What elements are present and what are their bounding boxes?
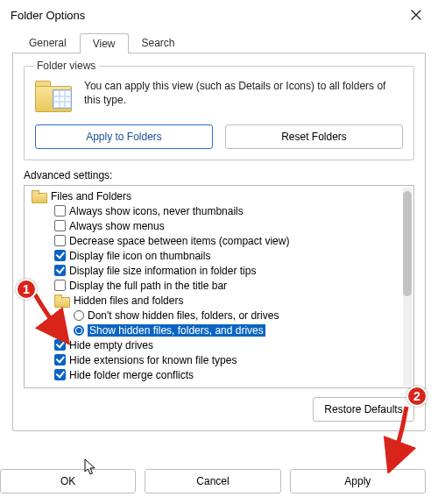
tree-item-label: Display file size information in folder … xyxy=(69,265,256,277)
tree-item-label: Show hidden files, folders, and drives xyxy=(88,324,265,337)
tree-item[interactable]: Display file size information in folder … xyxy=(28,263,399,278)
tree-item-label: Hide folder merge conflicts xyxy=(69,369,194,381)
apply-button[interactable]: Apply xyxy=(290,469,426,493)
checkbox-icon[interactable] xyxy=(54,205,66,217)
radio-icon[interactable] xyxy=(74,325,84,336)
close-button[interactable] xyxy=(403,5,429,25)
annotation-badge-2: 2 xyxy=(406,386,427,407)
checkbox-icon[interactable] xyxy=(54,235,66,246)
tree-item[interactable]: Hide extensions for known file types xyxy=(28,352,399,367)
tab-search[interactable]: Search xyxy=(129,32,188,53)
tree-item-label: Always show icons, never thumbnails xyxy=(69,205,244,217)
dialog-footer: OK Cancel Apply xyxy=(0,469,438,493)
advanced-settings-label: Advanced settings: xyxy=(24,169,414,181)
cursor-icon xyxy=(84,458,98,476)
reset-folders-button[interactable]: Reset Folders xyxy=(225,124,403,149)
cancel-button[interactable]: Cancel xyxy=(145,469,280,493)
tree-item-label: Display file icon on thumbnails xyxy=(69,250,210,262)
window-title: Folder Options xyxy=(11,9,85,22)
folder-icon xyxy=(54,295,68,306)
apply-to-folders-button[interactable]: Apply to Folders xyxy=(35,124,213,149)
tree-item[interactable]: Always show menus xyxy=(28,218,399,233)
radio-icon[interactable] xyxy=(74,310,84,321)
tree-item[interactable]: Hide empty drives xyxy=(28,337,399,352)
folder-views-icon xyxy=(35,81,74,116)
checkbox-icon[interactable] xyxy=(54,220,66,231)
tree-group-label: Hidden files and folders xyxy=(74,295,183,307)
folder-views-legend: Folder views xyxy=(33,60,99,72)
tab-view[interactable]: View xyxy=(80,33,129,53)
tree-item[interactable]: Hide folder merge conflicts xyxy=(28,367,399,382)
checkbox-icon[interactable] xyxy=(54,280,66,291)
tree-item[interactable]: Decrease space between items (compact vi… xyxy=(28,233,399,248)
tree-item-label: Hide empty drives xyxy=(69,339,153,351)
tab-general[interactable]: General xyxy=(16,32,80,53)
tree-group-files[interactable]: Files and Folders xyxy=(28,188,399,203)
scrollbar-thumb[interactable] xyxy=(403,191,412,296)
tab-strip: General View Search xyxy=(0,30,438,53)
tree-item[interactable]: Always show icons, never thumbnails xyxy=(28,203,399,218)
folder-views-group: Folder views You can apply this view (su… xyxy=(24,66,414,160)
ok-button[interactable]: OK xyxy=(0,469,136,493)
tree-item-label: Hide extensions for known file types xyxy=(69,354,237,366)
folder-icon xyxy=(32,191,46,202)
checkbox-icon[interactable] xyxy=(54,369,66,380)
tree-radio-dont-show[interactable]: Don't show hidden files, folders, or dri… xyxy=(28,308,399,323)
tree-radio-show-hidden[interactable]: Show hidden files, folders, and drives xyxy=(28,323,399,337)
tree-group-hidden[interactable]: Hidden files and folders xyxy=(28,293,399,308)
checkbox-icon[interactable] xyxy=(54,339,66,351)
restore-defaults-button[interactable]: Restore Defaults xyxy=(313,397,414,422)
tree-scrollbar[interactable] xyxy=(403,188,412,386)
tree-item-label: Decrease space between items (compact vi… xyxy=(69,235,289,247)
tab-panel-view: Folder views You can apply this view (su… xyxy=(12,53,426,431)
tree-item-label: Always show menus xyxy=(69,220,165,232)
tree-item[interactable]: Display file icon on thumbnails xyxy=(28,248,399,263)
folder-views-text: You can apply this view (such as Details… xyxy=(84,79,403,116)
tree-item-label: Display the full path in the title bar xyxy=(69,280,227,292)
tree-item[interactable]: Display the full path in the title bar xyxy=(28,278,399,293)
checkbox-icon[interactable] xyxy=(54,250,66,261)
annotation-badge-1: 1 xyxy=(16,279,37,300)
checkbox-icon[interactable] xyxy=(54,265,66,276)
checkbox-icon[interactable] xyxy=(54,354,66,366)
tree-item-label: Don't show hidden files, folders, or dri… xyxy=(88,309,279,322)
tree-group-label: Files and Folders xyxy=(51,190,131,202)
advanced-settings-tree[interactable]: Files and Folders Always show icons, nev… xyxy=(24,185,414,388)
